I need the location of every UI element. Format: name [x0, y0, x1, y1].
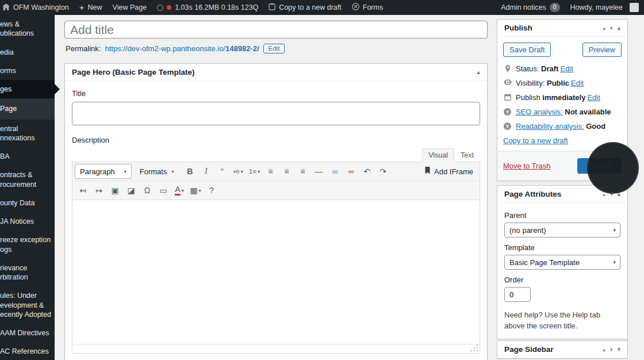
bullet-list-button[interactable]: •≡▾	[231, 164, 246, 179]
bold-icon: B	[187, 167, 193, 176]
hero-collapse-icon[interactable]: ▴	[477, 68, 480, 76]
special-character-button[interactable]: Ω	[140, 183, 155, 198]
editor-canvas[interactable]	[72, 200, 480, 344]
parent-select[interactable]: (no parent) ▾	[504, 223, 620, 238]
tab-text[interactable]: Text	[454, 148, 480, 162]
align-center-button[interactable]: ≡	[279, 164, 294, 179]
undo-button[interactable]: ↶	[359, 164, 374, 179]
align-center-icon: ≡	[284, 167, 289, 176]
edit-permalink-button[interactable]: Edit	[263, 44, 285, 53]
italic-button[interactable]: I	[198, 164, 213, 179]
formats-select[interactable]: Formats▾	[135, 164, 179, 179]
read-more-button[interactable]: ▭	[156, 183, 171, 198]
tab-visual[interactable]: Visual	[422, 148, 454, 162]
move-down-icon[interactable]: ▾	[610, 192, 613, 197]
publish-header[interactable]: Publish ▴ ▾ ▴	[497, 20, 627, 37]
seo-analysis-link[interactable]: SEO analysis:	[516, 108, 563, 116]
paste-as-text-button[interactable]: ▣	[108, 183, 122, 198]
calendar-icon	[503, 94, 512, 101]
publish-button[interactable]: Publish	[577, 158, 622, 174]
publish-collapse-icon[interactable]: ▴	[617, 24, 620, 32]
clear-formatting-button[interactable]: ◪	[124, 183, 139, 198]
hero-title-label: Title	[72, 89, 480, 98]
align-right-button[interactable]: ≡	[295, 164, 310, 179]
bookmark-icon	[424, 167, 431, 176]
permalink-link[interactable]: https://dev-ofm2-wp.pantheonsite.io/1489…	[105, 44, 259, 53]
page-title-input[interactable]	[64, 21, 488, 39]
admin-notices-menu-item[interactable]: Admin notices 0	[499, 0, 565, 15]
outdent-button[interactable]: ↤	[75, 183, 90, 198]
move-up-icon[interactable]: ▴	[603, 347, 605, 353]
sidebar-item-cja-notices[interactable]: JA Notices	[0, 212, 55, 231]
eye-icon	[503, 79, 512, 85]
paragraph-select[interactable]: Paragraph▾	[75, 164, 132, 179]
copy-to-new-draft-menu-item[interactable]: Copy to a new draft	[263, 0, 346, 15]
avatar	[630, 3, 639, 12]
site-name-menu-item[interactable]: OFM Washington	[0, 0, 74, 15]
copy-to-new-draft-link[interactable]: Copy to a new draft	[503, 136, 568, 145]
page-sidebar-header[interactable]: Page Sidebar ▴ ▾ ▾	[497, 341, 627, 358]
query-monitor-menu-item[interactable]: 1.03s 16.2MB 0.18s 123Q	[152, 0, 263, 15]
page-hero-header[interactable]: Page Hero (Basic Page Template) ▴	[65, 64, 487, 81]
remove-link-button[interactable]: ∞	[343, 164, 358, 179]
sidebar-item-pages[interactable]: ges	[0, 80, 55, 98]
indent-button[interactable]: ↦	[91, 183, 106, 198]
move-down-icon[interactable]: ▾	[610, 25, 613, 31]
table-button[interactable]: ▦▾	[188, 183, 203, 198]
attributes-collapse-icon[interactable]: ▴	[617, 190, 620, 198]
numbered-list-button[interactable]: 1≡▾	[247, 164, 262, 179]
sidebar-item-central-annexations[interactable]: entral nnexations	[0, 120, 55, 148]
order-input[interactable]	[504, 287, 531, 302]
bold-button[interactable]: B	[182, 164, 197, 179]
hero-title-input[interactable]	[72, 102, 480, 125]
chevron-down-icon: ▾	[182, 188, 184, 193]
permalink-slug: 148982-2/	[225, 44, 259, 53]
resize-handle-icon[interactable]	[470, 344, 478, 352]
move-up-icon[interactable]: ▴	[603, 25, 605, 31]
sidebar-item-freeze-exception-logs[interactable]: reeze exception ogs	[0, 231, 55, 259]
edit-schedule-link[interactable]: Edit	[587, 93, 600, 102]
outdent-icon: ↤	[79, 186, 86, 195]
readability-analysis-text: Readability analysis: Good	[516, 122, 605, 131]
sidebar-item-cba[interactable]: BA	[0, 147, 55, 166]
preview-button[interactable]: Preview	[582, 43, 622, 57]
home-icon	[2, 3, 10, 12]
sidebar-item-rules[interactable]: ules: Under evelopment & ecently Adopted	[0, 286, 55, 324]
horizontal-rule-button[interactable]: —	[311, 164, 326, 179]
help-button[interactable]: ?	[204, 183, 219, 198]
page-sidebar-collapse-icon[interactable]: ▾	[617, 346, 620, 353]
sidebar-item-label: BA	[0, 152, 10, 160]
new-content-menu-item[interactable]: + New	[74, 0, 108, 15]
page-attributes-header[interactable]: Page Attributes ▴ ▾ ▴	[497, 186, 627, 203]
view-page-menu-item[interactable]: View Page	[108, 0, 152, 15]
text-color-button[interactable]: A▾	[172, 183, 187, 198]
main-content: Permalink: https://dev-ofm2-wp.pantheons…	[55, 15, 644, 360]
align-left-button[interactable]: ≡	[263, 164, 278, 179]
save-draft-button[interactable]: Save Draft	[503, 43, 551, 57]
edit-status-link[interactable]: Edit	[560, 64, 573, 73]
edit-visibility-link[interactable]: Edit	[571, 79, 584, 87]
redo-button[interactable]: ↷	[375, 164, 390, 179]
my-account-menu-item[interactable]: Howdy, mayelee	[565, 0, 644, 15]
pin-icon	[503, 65, 512, 72]
sidebar-item-contracts-procurement[interactable]: ontracts & rocurement	[0, 166, 55, 194]
sidebar-item-news-publications[interactable]: ews & ublications	[0, 15, 55, 43]
sidebar-subitem-page[interactable]: Page	[0, 100, 55, 117]
sidebar-item-media[interactable]: edia	[0, 43, 55, 62]
move-up-icon[interactable]: ▴	[603, 192, 605, 197]
move-to-trash-link[interactable]: Move to Trash	[503, 162, 550, 170]
sidebar-item-county-data[interactable]: ounty Data	[0, 194, 55, 212]
sidebar-item-forms[interactable]: orms	[0, 62, 55, 80]
sidebar-item-grievance-arbitration[interactable]: rievance rbitration	[0, 259, 55, 287]
sidebar-item-saam-directives[interactable]: AAM Directives	[0, 324, 55, 342]
move-down-icon[interactable]: ▾	[610, 347, 613, 353]
gauge-icon	[157, 5, 163, 11]
add-iframe-button[interactable]: Add IFrame	[424, 167, 477, 176]
sidebar-item-wac-references[interactable]: AC References	[0, 342, 55, 360]
readability-analysis-link[interactable]: Readability analysis:	[516, 122, 584, 131]
insert-link-button[interactable]: ∞	[327, 164, 342, 179]
template-select[interactable]: Basic Page Template ▾	[504, 255, 620, 270]
forms-menu-item[interactable]: Forms	[347, 0, 388, 15]
blockquote-button[interactable]: “	[214, 164, 229, 179]
pages-submenu: Page	[0, 98, 55, 119]
